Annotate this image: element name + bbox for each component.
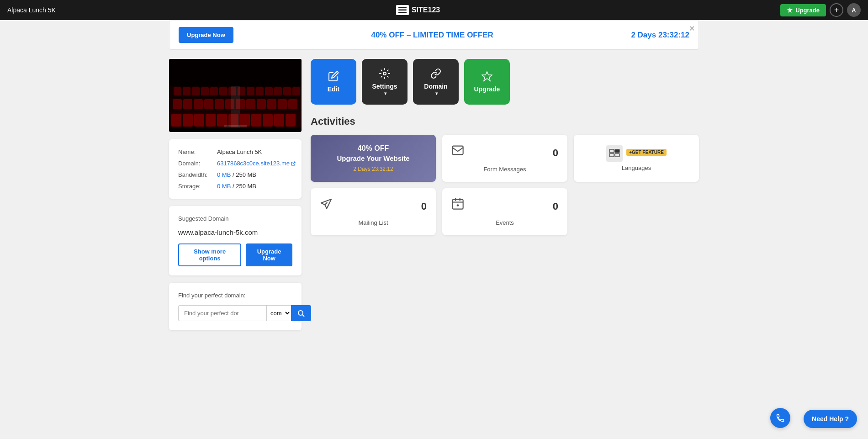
svg-rect-54 [609,153,614,157]
offer-timer: 2 Days 23:32:12 [631,31,689,40]
domain-button[interactable]: Domain [413,59,459,105]
svg-rect-9 [206,114,216,127]
svg-line-49 [302,315,304,317]
action-buttons: Edit Settings Domain [311,59,699,105]
domain-link[interactable]: 6317868c3c0ce.site123.me [217,160,296,167]
svg-point-50 [383,72,386,75]
name-label: Name: [178,148,217,155]
bandwidth-value: 0 MB / 250 MB [217,171,256,178]
svg-rect-40 [256,87,264,95]
info-row-bandwidth: Bandwidth: 0 MB / 250 MB [178,171,292,178]
svg-rect-41 [265,87,273,95]
svg-rect-36 [219,87,227,95]
form-messages-row: 0 [451,144,558,162]
settings-label: Settings [372,83,397,90]
bandwidth-label: Bandwidth: [178,171,217,178]
svg-rect-6 [171,114,181,127]
main-content: Upgrade Now 40% OFF – LIMITED TIME OFFER… [160,20,708,349]
svg-rect-29 [288,99,297,109]
svg-rect-32 [183,87,191,95]
mailing-list-count: 0 [421,201,427,212]
get-feature-badge: +GET FEATURE [626,149,667,156]
svg-rect-10 [217,114,227,127]
svg-rect-55 [615,149,619,153]
avatar-label: A [852,7,856,14]
mailing-list-card: 0 Mailing List [311,188,436,235]
form-messages-label: Form Messages [483,166,526,173]
bandwidth-used: 0 MB [217,171,231,178]
events-label: Events [496,219,514,226]
settings-chevron-icon [383,91,386,96]
upgrade-icon [482,71,492,82]
find-domain-label: Find your perfect domain: [178,292,292,299]
settings-icon [379,68,390,79]
plus-icon: + [834,5,839,15]
edit-button[interactable]: Edit [311,59,356,105]
find-domain-input[interactable] [178,305,266,321]
svg-rect-27 [267,99,276,109]
svg-rect-8 [194,114,204,127]
svg-rect-52 [452,146,463,155]
upgrade-btn-label: Upgrade [474,85,500,93]
info-row-domain: Domain: 6317868c3c0ce.site123.me [178,160,292,167]
svg-rect-25 [246,99,255,109]
svg-rect-21 [204,99,213,109]
banner-upgrade-button[interactable]: Upgrade Now [179,27,233,43]
edit-label: Edit [328,85,339,93]
upgrade-activity-card[interactable]: 40% OFF Upgrade Your Website 2 Days 23:3… [311,135,436,182]
domain-chevron-icon [434,91,438,96]
svg-rect-15 [274,114,284,127]
phone-button[interactable] [770,408,790,428]
domain-search-button[interactable] [291,305,311,321]
svg-line-57 [325,202,327,205]
mailing-list-label: Mailing List [358,219,388,226]
edit-icon [328,71,339,82]
logo-text: SITE123 [412,6,440,14]
storage-label: Storage: [178,183,217,190]
svg-rect-20 [194,99,203,109]
site-icon [396,5,409,15]
svg-rect-18 [173,99,182,109]
add-button[interactable]: + [830,3,843,17]
site-preview-inner [169,59,302,132]
lang-icon [606,145,623,162]
activities-grid: 40% OFF Upgrade Your Website 2 Days 23:3… [311,135,699,235]
find-domain-input-row: com net org io [178,305,292,321]
right-column: Edit Settings Domain [311,59,699,235]
svg-point-62 [457,204,459,206]
svg-rect-58 [452,200,463,209]
svg-rect-39 [247,87,254,95]
need-help-button[interactable]: Need Help ? [804,410,857,428]
form-messages-card: 0 Form Messages [442,135,567,182]
upgrade-domain-button[interactable]: Upgrade Now [246,243,292,266]
svg-rect-42 [274,87,282,95]
activities-title: Activities [311,116,699,127]
need-help-label: Need Help ? [812,415,849,423]
show-more-options-button[interactable]: Show more options [178,243,241,266]
app-title: Alpaca Lunch 5K [7,6,56,14]
top-navigation: Alpaca Lunch 5K SITE123 Upgrade + A [0,0,868,20]
offer-banner: Upgrade Now 40% OFF – LIMITED TIME OFFER… [169,20,699,50]
domain-label: Domain: [178,160,217,167]
svg-rect-13 [251,114,261,127]
upgrade-nav-label: Upgrade [795,7,820,14]
upgrade-card-title: Upgrade Your Website [337,154,409,162]
avatar-button[interactable]: A [847,3,861,17]
dashboard-layout: Name: Alpaca Lunch 5K Domain: 6317868c3c… [169,59,699,330]
logo: SITE123 [396,5,440,15]
upgrade-button[interactable]: Upgrade [464,59,510,105]
languages-header: +GET FEATURE [606,145,667,162]
close-banner-button[interactable]: ✕ [689,24,695,33]
upgrade-card-timer: 2 Days 23:32:12 [353,166,393,172]
domain-actions: Show more options Upgrade Now [178,243,292,266]
upgrade-nav-button[interactable]: Upgrade [780,4,826,16]
svg-marker-51 [482,72,492,81]
svg-rect-46 [169,59,302,86]
tld-select[interactable]: com net org io [266,305,291,321]
domain-label: Domain [424,83,447,90]
site-preview [169,59,302,132]
form-messages-count: 0 [553,147,558,159]
info-row-name: Name: Alpaca Lunch 5K [178,148,292,155]
settings-button[interactable]: Settings [362,59,408,105]
activities-section: Activities 40% OFF Upgrade Your Website … [311,116,699,235]
